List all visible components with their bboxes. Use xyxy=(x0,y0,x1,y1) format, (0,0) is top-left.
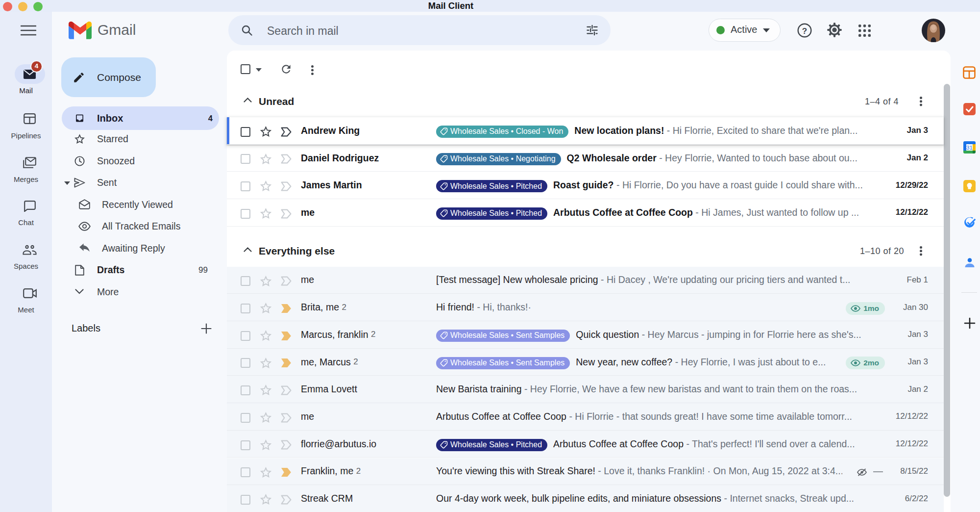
svg-text:?: ? xyxy=(802,26,807,36)
svg-text:31: 31 xyxy=(966,145,973,151)
